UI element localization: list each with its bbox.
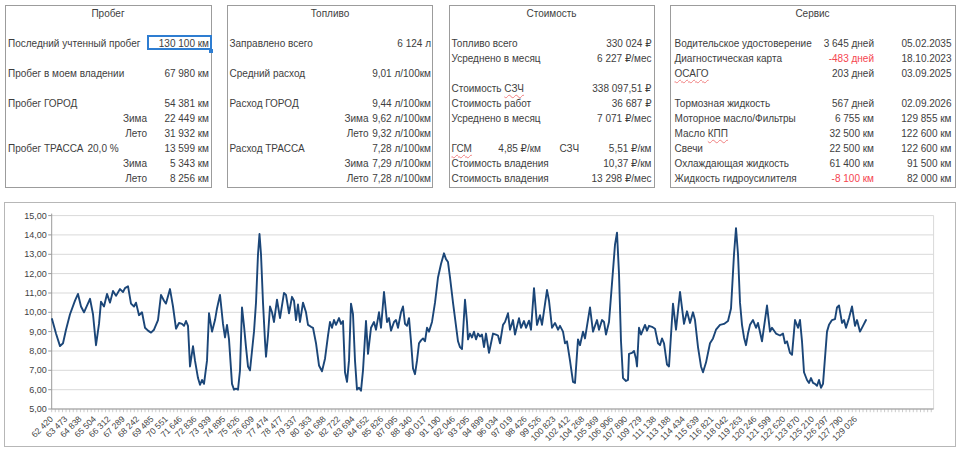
svg-text:13,00: 13,00: [24, 249, 47, 259]
svg-text:5,00: 5,00: [29, 404, 47, 414]
svg-text:14,00: 14,00: [24, 230, 47, 240]
svg-text:7,00: 7,00: [29, 365, 47, 375]
svg-text:11,00: 11,00: [25, 288, 47, 298]
svg-text:8,00: 8,00: [29, 346, 47, 356]
svg-text:9,00: 9,00: [29, 327, 47, 337]
svg-text:6,00: 6,00: [29, 385, 47, 395]
svg-text:15,00: 15,00: [24, 211, 47, 221]
svg-text:12,00: 12,00: [24, 269, 47, 279]
svg-text:10,00: 10,00: [24, 307, 47, 317]
